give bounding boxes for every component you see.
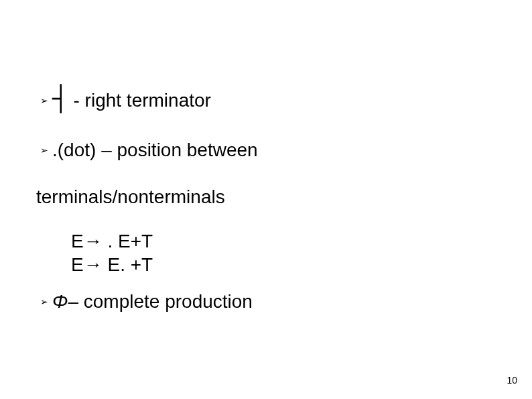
slide: ➢ ┤ - right terminator ➢ . (dot) – posit… bbox=[0, 0, 532, 399]
bullet-glyph-icon: ➢ bbox=[40, 96, 48, 105]
bullet-item-right-terminator: ➢ ┤ - right terminator bbox=[40, 89, 211, 113]
phi-symbol: Φ bbox=[52, 291, 68, 312]
examples-block: E→ . E+T E→ E. +T bbox=[71, 229, 153, 276]
phi-text: – complete production bbox=[68, 291, 253, 312]
bullet-item-phi: ➢ Φ – complete production bbox=[40, 291, 253, 312]
dot-symbol: . bbox=[52, 139, 58, 161]
page-number: 10 bbox=[507, 375, 517, 386]
dot-text: (dot) – position between bbox=[58, 139, 258, 161]
right-terminator-text: - right terminator bbox=[74, 90, 211, 111]
dot-continuation-text: terminals/nonterminals bbox=[36, 186, 225, 208]
bullet-glyph-icon: ➢ bbox=[40, 146, 48, 155]
example-line-2: E→ E. +T bbox=[71, 253, 153, 276]
right-terminator-symbol: ┤ bbox=[52, 86, 70, 110]
bullet-glyph-icon: ➢ bbox=[40, 297, 48, 306]
example-line-1: E→ . E+T bbox=[71, 229, 153, 253]
bullet-item-dot: ➢ . (dot) – position between bbox=[40, 139, 258, 161]
